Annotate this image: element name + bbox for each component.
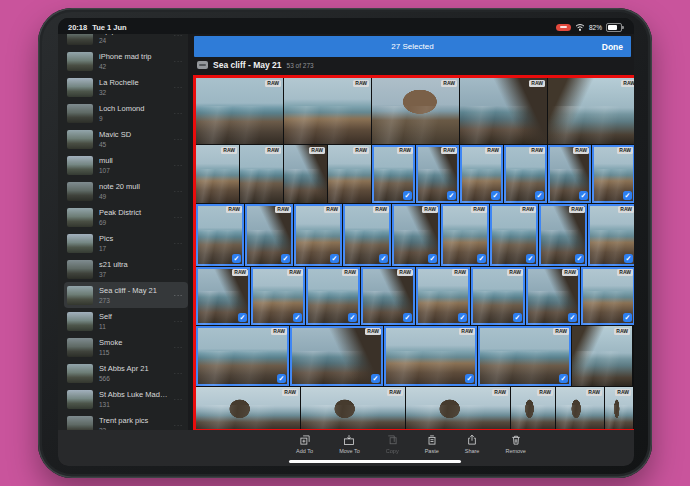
photo-thumbnail[interactable]: RAW	[556, 387, 604, 429]
photo-thumbnail[interactable]: RAW ✓	[245, 204, 293, 266]
photo-thumbnail[interactable]: RAW	[284, 78, 371, 144]
selected-checkmark: ✓	[623, 313, 632, 322]
sidebar-album-item[interactable]: La Rochelle 32 ···	[64, 74, 188, 100]
photo-thumbnail[interactable]: RAW ✓	[592, 145, 634, 203]
selected-checkmark: ✓	[371, 374, 380, 383]
photo-thumbnail[interactable]: RAW	[548, 78, 634, 144]
photo-thumbnail[interactable]: RAW ✓	[478, 326, 571, 386]
photo-thumbnail[interactable]: RAW	[284, 145, 327, 203]
share-button[interactable]: Share	[465, 434, 480, 466]
more-options-icon[interactable]: ···	[174, 421, 184, 430]
album-count: 566	[99, 375, 168, 382]
photo-thumbnail[interactable]: RAW	[572, 326, 632, 386]
more-options-icon[interactable]: ···	[174, 83, 184, 92]
done-button[interactable]: Done	[602, 36, 623, 57]
more-options-icon[interactable]: ···	[174, 317, 184, 326]
toolbar-button-label: Add To	[296, 448, 313, 454]
photo-thumbnail[interactable]: RAW ✓	[196, 326, 289, 386]
more-options-icon[interactable]: ···	[174, 369, 184, 378]
photo-thumbnail[interactable]: RAW ✓	[460, 145, 503, 203]
photo-thumbnail[interactable]: RAW	[328, 145, 371, 203]
photo-thumbnail[interactable]: RAW	[196, 78, 283, 144]
photo-thumbnail[interactable]: RAW ✓	[441, 204, 489, 266]
photo-thumbnail[interactable]: RAW ✓	[251, 267, 305, 325]
photo-thumbnail[interactable]: RAW ✓	[196, 267, 250, 325]
photo-thumbnail[interactable]: RAW ✓	[490, 204, 538, 266]
more-options-icon[interactable]: ···	[174, 265, 184, 274]
sidebar-album-item[interactable]: Mavic SD 45 ···	[64, 126, 188, 152]
photo-thumbnail[interactable]: RAW ✓	[581, 267, 634, 325]
photo-thumbnail[interactable]: RAW ✓	[196, 204, 244, 266]
remove-button[interactable]: Remove	[505, 434, 525, 466]
toolbar-button-label: Paste	[425, 448, 439, 454]
album-icon[interactable]	[197, 61, 208, 69]
selected-checkmark: ✓	[232, 254, 241, 263]
sidebar-album-item[interactable]: Self 11 ···	[64, 308, 188, 334]
sidebar-album-item[interactable]: Pics 17 ···	[64, 230, 188, 256]
photo-thumbnail[interactable]: RAW	[511, 387, 555, 429]
photo-thumbnail[interactable]: RAW ✓	[372, 145, 415, 203]
sidebar-album-item[interactable]: note 20 mull 49 ···	[64, 178, 188, 204]
photo-thumbnail[interactable]: RAW	[372, 78, 459, 144]
sidebar-album-item[interactable]: iPhone mad trip 42 ···	[64, 48, 188, 74]
photo-thumbnail[interactable]: RAW	[460, 78, 547, 144]
photo-thumbnail[interactable]: RAW ✓	[526, 267, 580, 325]
sidebar-album-item[interactable]: Smoke 115 ···	[64, 334, 188, 360]
sidebar-album-item[interactable]: St Abbs Luke Maddy 131 ···	[64, 386, 188, 412]
photo-thumbnail[interactable]: RAW ✓	[539, 204, 587, 266]
more-options-icon[interactable]: ···	[174, 187, 184, 196]
photo-thumbnail[interactable]: RAW ✓	[504, 145, 547, 203]
recording-badge	[556, 24, 571, 31]
photo-thumbnail[interactable]: RAW ✓	[548, 145, 591, 203]
photo-thumbnail[interactable]: RAW ✓	[343, 204, 391, 266]
more-options-icon[interactable]: ···	[174, 161, 184, 170]
more-options-icon[interactable]: ···	[174, 135, 184, 144]
photo-thumbnail[interactable]: RAW ✓	[392, 204, 440, 266]
photo-thumbnail[interactable]: RAW	[301, 387, 405, 429]
more-options-icon[interactable]: ···	[174, 291, 184, 300]
sidebar-album-item[interactable]: St Abbs Apr 21 566 ···	[64, 360, 188, 386]
selected-checkmark: ✓	[624, 254, 633, 263]
sidebar-album-item[interactable]: trip photos 24 ···	[64, 34, 188, 48]
photo-thumbnail[interactable]: RAW ✓	[416, 145, 459, 203]
photo-thumbnail[interactable]: RAW ✓	[294, 204, 342, 266]
raw-badge: RAW	[441, 80, 457, 87]
raw-badge: RAW	[586, 389, 602, 396]
photo-thumbnail[interactable]: RAW ✓	[416, 267, 470, 325]
toolbar-button-label: Move To	[339, 448, 360, 454]
more-options-icon[interactable]: ···	[174, 343, 184, 352]
toolbar-button-icon	[426, 434, 438, 446]
more-options-icon[interactable]: ···	[174, 395, 184, 404]
photo-thumbnail[interactable]: RAW	[240, 145, 283, 203]
photo-thumbnail[interactable]: RAW	[605, 387, 633, 429]
photo-thumbnail[interactable]: RAW ✓	[588, 204, 634, 266]
photo-thumbnail[interactable]: RAW ✓	[306, 267, 360, 325]
photo-thumbnail[interactable]: RAW ✓	[290, 326, 383, 386]
photo-thumbnail[interactable]: RAW	[406, 387, 510, 429]
photo-thumbnail[interactable]: RAW ✓	[471, 267, 525, 325]
more-options-icon[interactable]: ···	[174, 239, 184, 248]
more-options-icon[interactable]: ···	[174, 109, 184, 118]
album-count: 9	[99, 115, 168, 122]
sidebar-album-item[interactable]: mull 107 ···	[64, 152, 188, 178]
more-options-icon[interactable]: ···	[174, 34, 184, 40]
raw-badge: RAW	[614, 328, 630, 335]
home-indicator[interactable]	[289, 460, 461, 464]
raw-badge: RAW	[353, 147, 369, 154]
photo-thumbnail[interactable]: RAW	[196, 387, 300, 429]
raw-badge: RAW	[365, 328, 381, 335]
raw-badge: RAW	[529, 147, 545, 154]
raw-badge: RAW	[507, 269, 523, 276]
sidebar-album-item[interactable]: Trent park pics 33 ···	[64, 412, 188, 430]
photo-thumbnail[interactable]: RAW ✓	[384, 326, 477, 386]
sidebar-album-item[interactable]: Sea cliff - May 21 273 ···	[64, 282, 188, 308]
more-options-icon[interactable]: ···	[174, 57, 184, 66]
sidebar-list: trip photos 24 ··· iPhone mad trip 42 ··…	[64, 34, 188, 430]
sidebar-album-item[interactable]: s21 ultra 37 ···	[64, 256, 188, 282]
more-options-icon[interactable]: ···	[174, 213, 184, 222]
selected-checkmark: ✓	[491, 191, 500, 200]
sidebar-album-item[interactable]: Peak District 69 ···	[64, 204, 188, 230]
photo-thumbnail[interactable]: RAW ✓	[361, 267, 415, 325]
photo-thumbnail[interactable]: RAW	[196, 145, 239, 203]
sidebar-album-item[interactable]: Loch Lomond 9 ···	[64, 100, 188, 126]
